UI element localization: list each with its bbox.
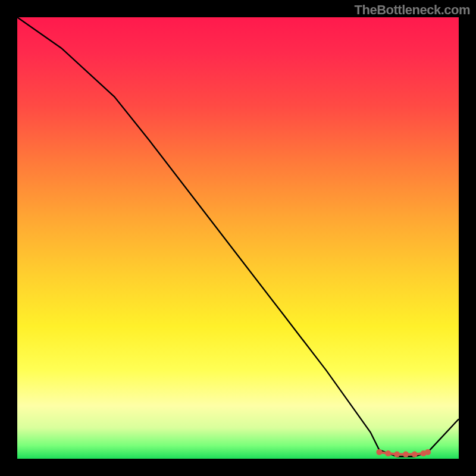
optimum-marker bbox=[385, 450, 391, 456]
optimum-markers bbox=[376, 449, 431, 458]
optimum-marker bbox=[376, 449, 382, 455]
optimum-marker bbox=[425, 449, 431, 455]
chart-frame: TheBottleneck.com bbox=[0, 0, 476, 476]
optimum-marker bbox=[403, 452, 409, 458]
plot-area bbox=[17, 17, 459, 459]
optimum-marker bbox=[394, 452, 400, 458]
attribution-label: TheBottleneck.com bbox=[355, 2, 470, 18]
chart-svg bbox=[17, 17, 459, 459]
chart-curve bbox=[17, 17, 459, 456]
optimum-marker bbox=[412, 452, 418, 458]
